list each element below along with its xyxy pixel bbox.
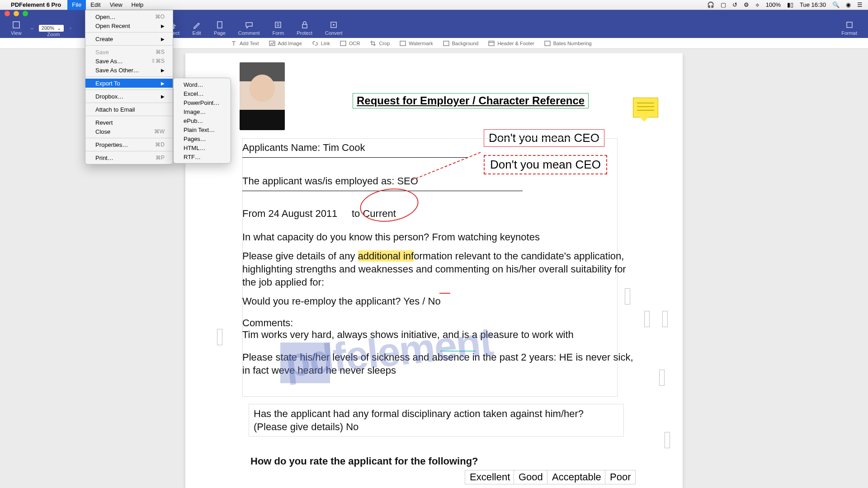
- export-powerpoint[interactable]: PowerPoint…: [174, 98, 231, 107]
- resize-handle[interactable]: [644, 311, 650, 327]
- svg-rect-0: [13, 22, 19, 28]
- menu-open[interactable]: Open…⌘O: [85, 12, 173, 21]
- hr-1: [242, 157, 468, 158]
- rating-acceptable[interactable]: Acceptable: [547, 470, 606, 484]
- ocr-label: OCR: [349, 41, 360, 46]
- export-rtf[interactable]: RTF…: [174, 152, 231, 161]
- notification-icon[interactable]: ☰: [857, 1, 863, 8]
- menu-create[interactable]: Create▶: [85, 34, 173, 43]
- capacity-line[interactable]: In what capacity do you know this person…: [242, 230, 540, 244]
- headphones-icon[interactable]: 🎧: [707, 1, 714, 8]
- menu-close[interactable]: Close⌘W: [85, 127, 173, 136]
- edit-button[interactable]: Edit: [186, 20, 208, 36]
- ocr-button[interactable]: OCR: [340, 40, 360, 47]
- menu-revert[interactable]: Revert: [85, 118, 173, 127]
- menu-open-recent[interactable]: Open Recent▶: [85, 21, 173, 30]
- form-button[interactable]: Form: [266, 20, 290, 36]
- export-excel[interactable]: Excel…: [174, 89, 231, 98]
- zoom-select[interactable]: 200% ⌄: [39, 25, 64, 32]
- export-word[interactable]: Word…: [174, 80, 231, 89]
- menu-properties[interactable]: Properties…⌘D: [85, 140, 173, 149]
- convert-button[interactable]: Convert: [319, 20, 349, 36]
- resize-handle[interactable]: [659, 370, 665, 386]
- document-page[interactable]: Request for Employer / Character Referen…: [185, 53, 683, 488]
- comment-button[interactable]: Comment: [232, 20, 266, 36]
- bates-icon: [544, 40, 551, 47]
- comments-label[interactable]: Comments:: [242, 316, 293, 329]
- bates-button[interactable]: Bates Numbering: [544, 40, 592, 47]
- zoom-value: 200%: [42, 25, 54, 31]
- siri-icon[interactable]: ◉: [846, 1, 851, 8]
- background-button[interactable]: Background: [443, 40, 479, 47]
- export-pages[interactable]: Pages…: [174, 134, 231, 143]
- underline-annotation[interactable]: [440, 351, 476, 352]
- add-image-button[interactable]: Add Image: [269, 40, 302, 47]
- from-date[interactable]: From 24 August 2011: [242, 207, 337, 220]
- timemachine-icon[interactable]: ↺: [732, 1, 737, 8]
- menu-print[interactable]: Print…⌘P: [85, 153, 173, 162]
- link-button[interactable]: Link: [312, 40, 330, 47]
- export-plaintext[interactable]: Plain Text…: [174, 125, 231, 134]
- maximize-window-icon[interactable]: [23, 11, 28, 16]
- menu-view[interactable]: View: [105, 0, 127, 10]
- menu-dropbox[interactable]: Dropbox…▶: [85, 92, 173, 101]
- menu-save-other[interactable]: Save As Other…▶: [85, 66, 173, 75]
- highlight-annotation[interactable]: additional inf: [358, 250, 414, 262]
- menu-file[interactable]: File: [67, 0, 86, 10]
- convert-icon: [329, 20, 338, 29]
- menu-edit[interactable]: Edit: [86, 0, 105, 10]
- strike-annotation[interactable]: [439, 293, 450, 294]
- doc-title-box[interactable]: Request for Employer / Character Referen…: [353, 93, 589, 108]
- resize-handle[interactable]: [217, 329, 222, 345]
- export-submenu: Word… Excel… PowerPoint… Image… ePub… Pl…: [173, 78, 231, 164]
- doc-title: Request for Employer / Character Referen…: [357, 94, 585, 107]
- rating-excellent[interactable]: Excellent: [465, 470, 515, 484]
- zoom-out-button[interactable]: –: [28, 25, 36, 31]
- app-name[interactable]: PDFelement 6 Pro: [11, 1, 61, 8]
- menu-attach-email[interactable]: Attach to Email: [85, 105, 173, 114]
- menu-help[interactable]: Help: [127, 0, 148, 10]
- rate-question[interactable]: How do you rate the applicant for the fo…: [250, 455, 478, 468]
- edit-label: Edit: [193, 30, 201, 36]
- bluetooth-icon[interactable]: ⚙: [744, 1, 749, 8]
- export-epub[interactable]: ePub…: [174, 116, 231, 125]
- comments-text[interactable]: Tim works very hard, always shows initia…: [242, 328, 613, 341]
- resize-handle[interactable]: [625, 288, 630, 305]
- menu-save-as[interactable]: Save As…⇧⌘S: [85, 56, 173, 66]
- battery-icon[interactable]: ▮▯: [787, 1, 793, 8]
- svg-rect-10: [400, 41, 406, 46]
- export-html[interactable]: HTML…: [174, 143, 231, 152]
- close-window-icon[interactable]: [5, 11, 10, 16]
- reemploy-line[interactable]: Would you re-employ the applicant? Yes /…: [242, 295, 441, 308]
- rating-good[interactable]: Good: [514, 470, 548, 484]
- applicant-photo[interactable]: [240, 62, 285, 130]
- add-text-label: Add Text: [240, 41, 259, 46]
- resize-handle[interactable]: [662, 311, 668, 327]
- background-label: Background: [452, 41, 479, 46]
- add-text-button[interactable]: Add Text: [231, 40, 259, 47]
- airplay-icon[interactable]: ▢: [721, 1, 726, 8]
- menu-export-to[interactable]: Export To▶: [85, 79, 173, 88]
- disciplinary-box[interactable]: Has the applicant had any formal discipl…: [249, 404, 624, 436]
- svg-rect-7: [847, 22, 852, 28]
- view-button[interactable]: View: [5, 20, 28, 36]
- header-footer-button[interactable]: Header & Footer: [488, 40, 534, 47]
- protect-button[interactable]: Protect: [290, 20, 319, 36]
- crop-icon: [370, 40, 376, 47]
- employed-line[interactable]: The applicant was/is employed as: SEO: [242, 174, 418, 188]
- applicant-name-line[interactable]: Applicants Name: Tim Cook: [242, 141, 365, 154]
- page-button[interactable]: Page: [208, 20, 232, 36]
- rating-poor[interactable]: Poor: [605, 470, 636, 484]
- wifi-icon[interactable]: ⟡: [755, 1, 760, 9]
- sticky-note-icon[interactable]: [633, 98, 658, 117]
- export-image[interactable]: Image…: [174, 107, 231, 116]
- spotlight-icon[interactable]: 🔍: [832, 1, 840, 8]
- resize-handle[interactable]: [665, 432, 670, 448]
- format-button[interactable]: Format: [835, 20, 863, 36]
- zoom-in-button[interactable]: +: [66, 25, 75, 31]
- format-icon: [845, 20, 854, 29]
- details-paragraph[interactable]: Please give details of any additional in…: [242, 249, 636, 289]
- watermark-button[interactable]: Watermark: [400, 40, 433, 47]
- minimize-window-icon[interactable]: [14, 11, 19, 16]
- crop-button[interactable]: Crop: [370, 40, 390, 47]
